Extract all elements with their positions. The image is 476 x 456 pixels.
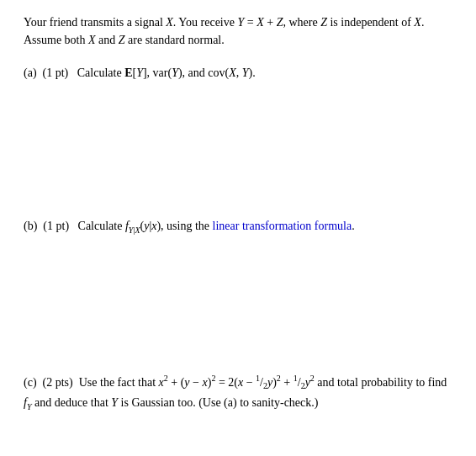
- intro-text: Your friend transmits a signal X. You re…: [24, 13, 452, 49]
- part-c-points: (2 pts): [43, 376, 73, 389]
- part-b-label: (b) (1 pt) Calculate fY|X(y|x), using th…: [24, 217, 452, 237]
- part-a-points: (1 pt): [43, 66, 69, 79]
- part-b: (b) (1 pt) Calculate fY|X(y|x), using th…: [24, 217, 452, 237]
- part-a-label: (a) (1 pt) Calculate E[Y], var(Y), and c…: [24, 64, 452, 82]
- part-c-label: (c) (2 pts) Use the fact that x2 + (y − …: [24, 372, 452, 413]
- document-body: Your friend transmits a signal X. You re…: [24, 13, 452, 413]
- part-b-points: (1 pt): [43, 220, 69, 232]
- part-c: (c) (2 pts) Use the fact that x2 + (y − …: [24, 372, 452, 413]
- part-a: (a) (1 pt) Calculate E[Y], var(Y), and c…: [24, 64, 452, 82]
